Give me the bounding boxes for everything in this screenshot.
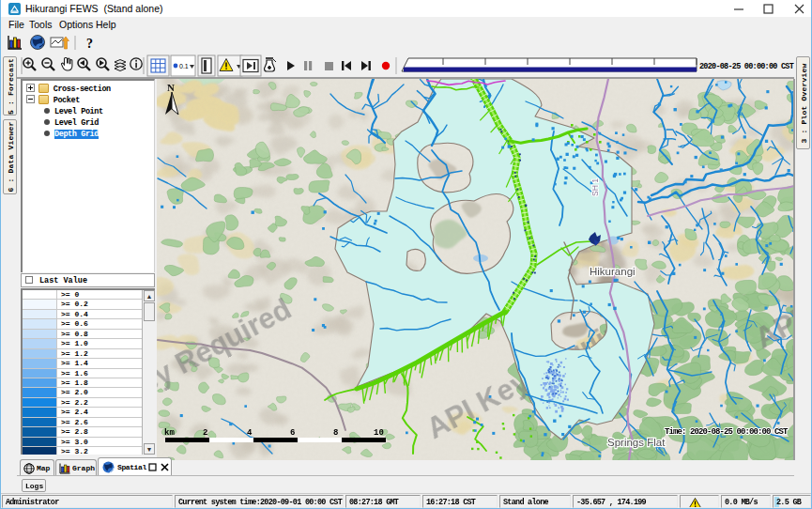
svg-text:SH 1: SH 1 [590, 178, 600, 196]
svg-text:4: 4 [247, 428, 253, 438]
svg-text:N: N [167, 82, 175, 93]
svg-text:km: km [164, 428, 175, 438]
svg-text:6: 6 [290, 428, 295, 438]
svg-text:8: 8 [333, 428, 338, 438]
svg-text:0.1: 0.1 [179, 63, 189, 69]
svg-text:10: 10 [374, 428, 384, 438]
svg-text:2: 2 [203, 428, 207, 438]
svg-text:Time: 2020-08-25 00:00:00 CST: Time: 2020-08-25 00:00:00 CST [665, 427, 789, 437]
svg-text:Springs Flat: Springs Flat [607, 437, 666, 448]
svg-text:2020-08-25 00:00:00 CST: 2020-08-25 00:00:00 CST [699, 62, 794, 71]
svg-text:?: ? [86, 37, 93, 51]
svg-text:Hikurangi: Hikurangi [590, 266, 636, 277]
